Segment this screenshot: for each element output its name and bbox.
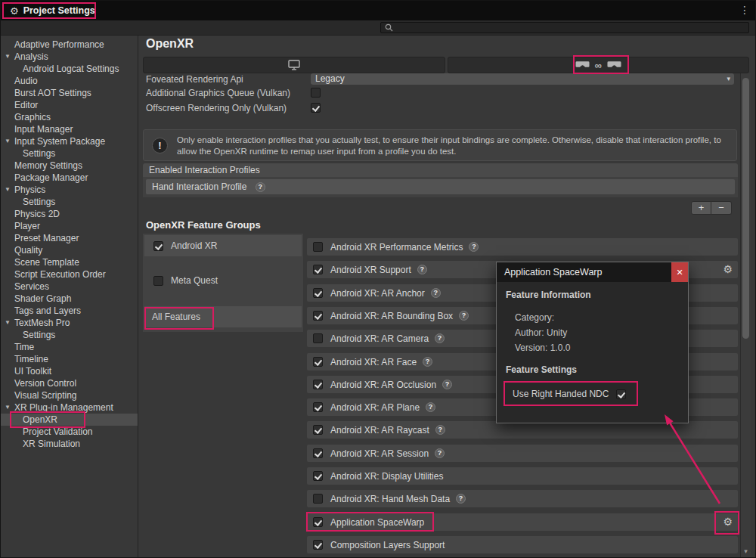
feature-checkbox[interactable]: [313, 357, 323, 367]
help-icon[interactable]: ?: [431, 288, 441, 298]
feature-group-meta-quest[interactable]: Meta Quest: [144, 270, 302, 291]
feature-label: Android XR Support: [330, 265, 411, 275]
add-profile-button[interactable]: +: [691, 201, 711, 215]
feature-row-android-xr-ar-raycast[interactable]: Android XR: AR Raycast?: [307, 421, 738, 439]
feature-checkbox[interactable]: [313, 288, 323, 298]
sidebar-item-preset-manager[interactable]: Preset Manager: [1, 232, 138, 244]
feature-checkbox[interactable]: [313, 448, 323, 458]
help-icon[interactable]: ?: [435, 448, 445, 458]
sidebar-item-android-logcat-settings[interactable]: Android Logcat Settings: [1, 63, 138, 75]
sidebar-item-scene-template[interactable]: Scene Template: [1, 256, 138, 268]
feature-row-application-spacewarp[interactable]: Application SpaceWarp⚙: [307, 513, 738, 531]
tab-desktop-platform[interactable]: [143, 57, 445, 73]
sidebar-item-physics-2d[interactable]: Physics 2D: [1, 208, 138, 220]
feature-group-checkbox[interactable]: [153, 241, 163, 251]
setting-checkbox-additional-graphics-queue-vulkan[interactable]: [311, 88, 321, 98]
interaction-profile-row[interactable]: Hand Interaction Profile ?: [146, 179, 735, 194]
window-title-tab[interactable]: ⚙ Project Settings: [2, 2, 103, 19]
help-icon[interactable]: ?: [417, 265, 427, 274]
foldout-arrow-icon[interactable]: ▼: [5, 317, 11, 329]
feature-group-android-xr[interactable]: Android XR: [144, 235, 302, 256]
help-icon[interactable]: ?: [442, 380, 452, 389]
feature-gear-icon[interactable]: ⚙: [723, 263, 733, 275]
sidebar-item-memory-settings[interactable]: Memory Settings: [1, 160, 138, 172]
sidebar-item-xr-simulation[interactable]: XR Simulation: [1, 438, 138, 450]
feature-row-android-xr-ar-session[interactable]: Android XR: AR Session?: [307, 445, 738, 462]
sidebar-item-settings[interactable]: Settings: [1, 147, 138, 160]
sidebar-item-xr-plug-in-management[interactable]: ▼XR Plug-in Management: [1, 401, 138, 414]
feature-row-android-xr-performance-metrics[interactable]: Android XR Performance Metrics?: [307, 238, 738, 256]
sidebar-item-analysis[interactable]: ▼Analysis: [1, 51, 138, 63]
feature-checkbox[interactable]: [313, 402, 323, 412]
feature-checkbox[interactable]: [313, 471, 323, 481]
sidebar-item-tags-and-layers[interactable]: Tags and Layers: [1, 305, 138, 317]
help-icon[interactable]: ?: [426, 402, 435, 412]
help-icon[interactable]: ?: [423, 357, 432, 367]
sidebar-item-player[interactable]: Player: [1, 220, 138, 232]
sidebar-item-openxr[interactable]: OpenXR: [1, 414, 138, 426]
sidebar-item-physics[interactable]: ▼Physics: [1, 184, 138, 196]
sidebar-item-label: XR Simulation: [1, 438, 80, 450]
sidebar-item-settings[interactable]: Settings: [1, 196, 138, 208]
all-features-item[interactable]: All Features: [144, 306, 302, 327]
help-icon[interactable]: ?: [456, 494, 466, 504]
sidebar-item-textmesh-pro[interactable]: ▼TextMesh Pro: [1, 317, 138, 329]
feature-checkbox[interactable]: [313, 494, 323, 504]
feature-checkbox[interactable]: [313, 333, 323, 343]
sidebar-item-burst-aot-settings[interactable]: Burst AOT Settings: [1, 87, 138, 99]
foveated-rendering-dropdown[interactable]: Legacy ▾: [311, 73, 734, 85]
foldout-arrow-icon[interactable]: ▼: [5, 401, 11, 414]
sidebar-item-audio[interactable]: Audio: [1, 75, 138, 87]
sidebar-item-shader-graph[interactable]: Shader Graph: [1, 293, 138, 305]
sidebar-item-visual-scripting[interactable]: Visual Scripting: [1, 389, 138, 401]
feature-row-composition-layers-support[interactable]: Composition Layers Support: [307, 536, 738, 553]
feature-checkbox[interactable]: [313, 380, 323, 389]
feature-checkbox[interactable]: [313, 242, 323, 252]
feature-row-android-xr-display-utilities[interactable]: Android XR: Display Utilities: [307, 467, 738, 485]
feature-gear-icon[interactable]: ⚙: [723, 516, 733, 528]
sidebar-item-adaptive-performance[interactable]: Adaptive Performance: [1, 39, 138, 51]
sidebar-item-project-validation[interactable]: Project Validation: [1, 426, 138, 438]
feature-group-checkbox[interactable]: [153, 276, 163, 286]
sidebar-item-time[interactable]: Time: [1, 341, 138, 353]
help-icon[interactable]: ?: [469, 242, 479, 252]
help-icon[interactable]: ?: [435, 425, 445, 435]
feature-checkbox[interactable]: [313, 540, 323, 550]
sidebar-item-services[interactable]: Services: [1, 281, 138, 293]
foldout-arrow-icon[interactable]: ▼: [5, 184, 11, 196]
help-icon[interactable]: ?: [435, 333, 445, 343]
search-input[interactable]: [380, 22, 749, 33]
sidebar-item-editor[interactable]: Editor: [1, 99, 138, 111]
feature-row-android-xr-hand-mesh-data[interactable]: Android XR: Hand Mesh Data?: [307, 490, 738, 507]
sidebar-item-label: Editor: [1, 99, 38, 111]
help-icon[interactable]: ?: [256, 182, 265, 192]
sidebar-item-label: Player: [1, 220, 40, 232]
setting-checkbox-offscreen-rendering-only-vulkan[interactable]: [311, 103, 321, 113]
tab-android-xr-platform[interactable]: ∞: [448, 57, 750, 73]
sidebar-item-settings[interactable]: Settings: [1, 329, 138, 341]
help-icon[interactable]: ?: [459, 311, 469, 321]
foldout-arrow-icon[interactable]: ▼: [5, 51, 11, 63]
sidebar-item-quality[interactable]: Quality: [1, 244, 138, 256]
vertical-scrollbar[interactable]: ▾: [740, 73, 751, 557]
foldout-arrow-icon[interactable]: ▼: [5, 135, 11, 147]
sidebar-item-input-manager[interactable]: Input Manager: [1, 123, 138, 135]
feature-checkbox[interactable]: [313, 311, 323, 321]
sidebar-item-input-system-package[interactable]: ▼Input System Package: [1, 135, 138, 147]
sidebar-item-package-manager[interactable]: Package Manager: [1, 172, 138, 184]
close-icon[interactable]: ✕: [671, 262, 688, 282]
sidebar-item-version-control[interactable]: Version Control: [1, 377, 138, 389]
feature-group-label: Android XR: [171, 240, 217, 251]
scrollbar-thumb[interactable]: [742, 78, 749, 339]
sidebar-item-graphics[interactable]: Graphics: [1, 111, 138, 123]
kebab-menu-icon[interactable]: ⋮: [739, 4, 750, 16]
sidebar-item-ui-toolkit[interactable]: UI Toolkit: [1, 365, 138, 377]
feature-checkbox[interactable]: [313, 425, 323, 435]
remove-profile-button[interactable]: −: [711, 201, 732, 215]
scroll-down-arrow-icon[interactable]: ▾: [741, 547, 751, 556]
use-right-handed-ndc-checkbox[interactable]: [616, 389, 626, 399]
sidebar-item-script-execution-order[interactable]: Script Execution Order: [1, 268, 138, 281]
feature-checkbox[interactable]: [313, 517, 323, 527]
sidebar-item-timeline[interactable]: Timeline: [1, 353, 138, 365]
feature-checkbox[interactable]: [313, 265, 323, 274]
